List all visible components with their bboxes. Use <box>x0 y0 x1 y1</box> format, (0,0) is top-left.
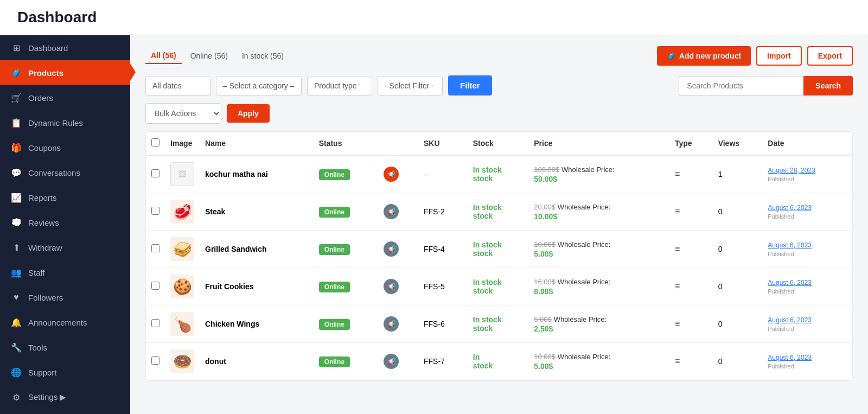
product-date: August 6, 2023Published <box>762 193 852 231</box>
product-status: Online <box>314 268 378 305</box>
date-link[interactable]: August 28, 2023 <box>768 167 815 174</box>
sidebar-item-dashboard[interactable]: ⊞ Dashboard <box>0 35 130 60</box>
product-name: Steak <box>200 193 314 231</box>
product-sku: FFS-6 <box>418 305 468 343</box>
published-status: Published <box>768 213 794 220</box>
megaphone-cell[interactable]: 📢 <box>378 268 418 305</box>
products-icon: 🧳 <box>11 67 22 78</box>
dashboard-icon: ⊞ <box>11 42 22 53</box>
megaphone-icon[interactable]: 📢 <box>384 354 399 369</box>
product-date: August 6, 2023Published <box>762 343 852 380</box>
type-menu-icon[interactable]: ≡ <box>675 356 680 366</box>
sidebar-item-staff[interactable]: 👥 Staff <box>0 260 130 285</box>
sidebar-item-withdraw[interactable]: ⬆ Withdraw <box>0 235 130 260</box>
row-checkbox[interactable] <box>151 282 159 290</box>
product-type[interactable]: ≡ <box>669 231 713 268</box>
tab-instock[interactable]: In stock (56) <box>237 48 289 64</box>
product-date: August 6, 2023Published <box>762 231 852 268</box>
product-sku: FFS-4 <box>418 231 468 268</box>
sidebar-item-reports[interactable]: 📈 Reports <box>0 185 130 210</box>
sidebar-item-announcements[interactable]: 🔔 Announcements <box>0 310 130 335</box>
import-button[interactable]: Import <box>756 46 802 66</box>
sidebar-item-followers[interactable]: ♥ Followers <box>0 285 130 310</box>
megaphone-icon[interactable]: 📢 <box>384 204 399 219</box>
select-filter[interactable]: - Select Filter - <box>378 76 443 95</box>
conversations-icon: 💬 <box>11 167 22 178</box>
published-status: Published <box>768 326 794 332</box>
date-filter[interactable]: All dates <box>145 76 210 95</box>
product-sku: – <box>418 155 468 193</box>
type-menu-icon[interactable]: ≡ <box>675 319 680 328</box>
sidebar-item-tools[interactable]: 🔧 Tools <box>0 335 130 360</box>
wholesale-label: Wholesale Price: <box>558 353 611 361</box>
search-button[interactable]: Search <box>803 76 853 95</box>
date-link[interactable]: August 6, 2023 <box>768 279 812 286</box>
table-body: 🖼kochur matha naiOnline📢–In stockstock 1… <box>146 155 852 380</box>
product-price: 10.00$ Wholesale Price: 5.00$ <box>528 343 669 380</box>
product-type[interactable]: ≡ <box>669 268 713 305</box>
tab-all[interactable]: All (56) <box>145 48 182 64</box>
original-price: 20.00$ <box>534 203 556 211</box>
product-image-cell: 🍗 <box>165 305 200 343</box>
col-header-10: Date <box>762 132 852 155</box>
sidebar-item-coupons[interactable]: 🎁 Coupons <box>0 135 130 160</box>
megaphone-icon[interactable]: 📢 <box>384 316 399 332</box>
table-row: 🥩SteakOnline📢FFS-2In stockstock 20.00$ W… <box>146 193 852 231</box>
date-link[interactable]: August 6, 2023 <box>768 241 812 249</box>
product-price: 20.00$ Wholesale Price: 10.00$ <box>528 193 669 231</box>
sidebar-label-conversations: Conversations <box>28 168 80 177</box>
select-all-checkbox[interactable] <box>151 138 159 147</box>
row-checkbox[interactable] <box>151 244 159 252</box>
add-product-button[interactable]: 🧳 Add new product <box>657 46 751 66</box>
product-stock: In stockstock <box>468 155 528 193</box>
category-filter[interactable]: – Select a category – <box>216 76 302 95</box>
product-type[interactable]: ≡ <box>669 155 713 193</box>
apply-button[interactable]: Apply <box>227 104 270 123</box>
megaphone-icon[interactable]: 📢 <box>384 167 399 182</box>
current-price: 8.00$ <box>534 287 664 296</box>
table-row: 🥪Grilled SandwichOnline📢FFS-4In stocksto… <box>146 231 852 268</box>
sidebar-item-reviews[interactable]: 💭 Reviews <box>0 210 130 235</box>
product-type-filter[interactable]: Product type <box>307 76 372 95</box>
row-checkbox[interactable] <box>151 169 159 177</box>
tools-icon: 🔧 <box>11 342 22 353</box>
megaphone-cell[interactable]: 📢 <box>378 193 418 231</box>
export-button[interactable]: Export <box>807 46 853 66</box>
type-menu-icon[interactable]: ≡ <box>675 169 680 179</box>
product-type[interactable]: ≡ <box>669 343 713 380</box>
megaphone-icon[interactable]: 📢 <box>384 241 399 257</box>
sidebar-item-support[interactable]: 🌐 Support <box>0 360 130 385</box>
sidebar-item-products[interactable]: 🧳 Products <box>0 60 130 85</box>
tab-online[interactable]: Online (56) <box>185 48 233 64</box>
product-status: Online <box>314 155 378 193</box>
published-status: Published <box>768 363 794 370</box>
status-badge: Online <box>319 207 350 218</box>
type-menu-icon[interactable]: ≡ <box>675 244 680 253</box>
page-title: Dashboard <box>17 9 851 26</box>
megaphone-cell[interactable]: 📢 <box>378 343 418 380</box>
megaphone-cell[interactable]: 📢 <box>378 231 418 268</box>
products-table: ImageNameStatusSKUStockPriceTypeViewsDat… <box>146 132 852 380</box>
type-menu-icon[interactable]: ≡ <box>675 282 680 291</box>
date-link[interactable]: August 6, 2023 <box>768 204 812 212</box>
filter-button[interactable]: Filter <box>448 75 492 95</box>
sidebar-item-conversations[interactable]: 💬 Conversations <box>0 160 130 185</box>
sidebar-item-dynamic-rules[interactable]: 📋 Dynamic Rules <box>0 110 130 135</box>
row-checkbox[interactable] <box>151 207 159 215</box>
bulk-actions-select[interactable]: Bulk Actions <box>145 103 221 124</box>
date-link[interactable]: August 6, 2023 <box>768 316 812 324</box>
product-type[interactable]: ≡ <box>669 305 713 343</box>
row-checkbox[interactable] <box>151 356 159 365</box>
type-menu-icon[interactable]: ≡ <box>675 207 680 216</box>
date-link[interactable]: August 6, 2023 <box>768 354 812 361</box>
product-image-placeholder: 🖼 <box>170 162 194 186</box>
product-type[interactable]: ≡ <box>669 193 713 231</box>
row-checkbox[interactable] <box>151 319 159 327</box>
sidebar-item-settings[interactable]: ⚙ Settings ▶ <box>0 385 130 410</box>
megaphone-cell[interactable]: 📢 <box>378 305 418 343</box>
megaphone-cell[interactable]: 📢 <box>378 155 418 193</box>
search-input[interactable] <box>679 76 803 95</box>
dynamic-rules-icon: 📋 <box>11 117 22 128</box>
megaphone-icon[interactable]: 📢 <box>384 279 399 294</box>
sidebar-item-orders[interactable]: 🛒 Orders <box>0 85 130 110</box>
